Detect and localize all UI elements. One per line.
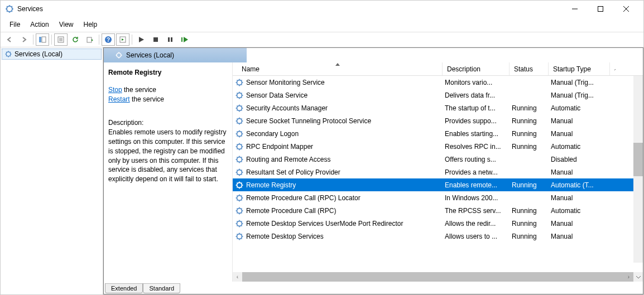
service-row[interactable]: Remote Desktop Services UserMode Port Re… <box>233 217 643 230</box>
svg-point-19 <box>6 52 11 56</box>
svg-point-27 <box>237 157 242 162</box>
service-name: Remote Desktop Services UserMode Port Re… <box>246 220 403 228</box>
service-name: Remote Desktop Services <box>246 233 324 240</box>
properties-button[interactable] <box>54 33 68 46</box>
service-icon <box>235 219 244 228</box>
export-list-button[interactable] <box>83 33 97 46</box>
scrollbar-thumb[interactable] <box>633 143 643 176</box>
menu-help[interactable]: Help <box>79 20 102 30</box>
svg-point-20 <box>117 53 121 57</box>
service-startup: Manual (Trig... <box>551 79 612 86</box>
start-service-button[interactable] <box>134 33 148 46</box>
close-button[interactable] <box>613 1 639 17</box>
col-startup[interactable]: Startup Type <box>549 62 610 75</box>
services-window: Services File Action View Help ? <box>0 0 644 295</box>
svg-point-33 <box>237 234 242 239</box>
tree-root[interactable]: Services (Local) <box>2 49 102 60</box>
service-status: Running <box>512 130 551 138</box>
menu-view[interactable]: View <box>55 20 78 30</box>
col-name[interactable]: Name <box>233 62 443 75</box>
service-row[interactable]: Sensor Data ServiceDelivers data fr...Ma… <box>233 89 643 101</box>
restart-service-link[interactable]: Restart <box>108 95 130 103</box>
scroll-up-button[interactable] <box>610 62 620 75</box>
svg-point-25 <box>237 131 242 136</box>
show-hide-tree-button[interactable] <box>36 33 49 46</box>
service-icon <box>235 181 244 190</box>
service-status: Running <box>512 104 551 112</box>
service-row[interactable]: Secure Socket Tunneling Protocol Service… <box>233 114 643 127</box>
forward-button[interactable] <box>17 33 31 46</box>
svg-point-24 <box>237 118 242 123</box>
svg-point-26 <box>237 144 242 149</box>
scroll-left-button[interactable]: ‹ <box>233 272 242 282</box>
service-icon <box>235 104 244 113</box>
service-name: Resultant Set of Policy Provider <box>246 168 340 176</box>
maximize-button[interactable] <box>588 1 613 17</box>
refresh-button[interactable] <box>69 33 82 46</box>
header-icon <box>115 51 123 59</box>
restart-suffix: the service <box>130 95 164 103</box>
service-desc: Provides a netw... <box>445 168 512 176</box>
service-startup: Automatic <box>551 143 612 151</box>
service-desc: Offers routing s... <box>445 156 512 163</box>
service-desc: Provides suppo... <box>445 117 512 125</box>
col-description[interactable]: Description <box>443 62 510 75</box>
menu-action[interactable]: Action <box>26 20 53 30</box>
service-rows[interactable]: Sensor Monitoring ServiceMonitors vario.… <box>233 76 643 272</box>
service-row[interactable]: Security Accounts ManagerThe startup of … <box>233 101 643 114</box>
titlebar[interactable]: Services <box>1 1 643 17</box>
service-name: Remote Procedure Call (RPC) Locator <box>246 194 361 202</box>
service-row[interactable]: RPC Endpoint MapperResolves RPC in...Run… <box>233 140 643 153</box>
content-split: Remote Registry Stop the service Restart… <box>104 62 643 282</box>
header-label: Services (Local) <box>126 51 174 59</box>
svg-point-0 <box>7 6 12 12</box>
service-icon <box>235 78 244 87</box>
stop-service-link[interactable]: Stop <box>108 86 122 94</box>
stop-service-button[interactable] <box>149 33 162 46</box>
service-desc: Resolves RPC in... <box>445 143 512 151</box>
service-desc: In Windows 200... <box>445 194 512 202</box>
col-status[interactable]: Status <box>510 62 549 75</box>
svg-point-32 <box>237 221 242 226</box>
pause-service-button[interactable] <box>164 33 177 46</box>
svg-rect-6 <box>42 37 46 42</box>
scroll-down-button[interactable] <box>633 272 643 282</box>
menu-file[interactable]: File <box>5 20 25 30</box>
help-button[interactable]: ? <box>102 33 115 46</box>
minimize-button[interactable] <box>562 1 588 17</box>
svg-point-30 <box>237 195 242 200</box>
service-row[interactable]: Resultant Set of Policy ProviderProvides… <box>233 166 643 178</box>
service-icon <box>235 129 244 138</box>
service-row[interactable]: Remote Procedure Call (RPC) LocatorIn Wi… <box>233 191 643 204</box>
horizontal-scrollbar[interactable]: ‹ › <box>233 272 643 282</box>
console-tree[interactable]: Services (Local) <box>1 47 103 294</box>
service-row[interactable]: Secondary LogonEnables starting...Runnin… <box>233 127 643 140</box>
back-button[interactable] <box>3 33 16 46</box>
service-row[interactable]: Remote RegistryEnables remote...RunningA… <box>233 178 643 191</box>
service-row[interactable]: Routing and Remote AccessOffers routing … <box>233 153 643 166</box>
toolbar: ? <box>1 32 643 47</box>
service-startup: Manual <box>551 220 612 228</box>
service-startup: Manual (Trig... <box>551 91 612 99</box>
service-startup: Automatic <box>551 207 612 215</box>
restart-service-button[interactable] <box>178 33 191 46</box>
svg-point-22 <box>237 93 242 98</box>
hscroll-thumb[interactable] <box>242 272 633 282</box>
svg-rect-15 <box>153 37 158 42</box>
service-row[interactable]: Remote Desktop ServicesAllows users to .… <box>233 230 643 243</box>
service-name: Secure Socket Tunneling Protocol Service <box>246 117 371 125</box>
service-startup: Disabled <box>551 156 612 163</box>
tab-standard[interactable]: Standard <box>143 283 180 293</box>
svg-rect-18 <box>181 37 182 42</box>
service-icon <box>235 91 244 100</box>
services-list: Name Description Status Startup Type Sen… <box>232 62 643 282</box>
tab-extended[interactable]: Extended <box>105 283 143 293</box>
svg-rect-11 <box>87 37 92 42</box>
service-row[interactable]: Remote Procedure Call (RPC)The RPCSS ser… <box>233 204 643 217</box>
service-icon <box>235 206 244 215</box>
scroll-right-button[interactable]: › <box>624 272 633 282</box>
service-row[interactable]: Sensor Monitoring ServiceMonitors vario.… <box>233 76 643 89</box>
show-hide-action-pane-button[interactable] <box>116 33 129 46</box>
service-name: Security Accounts Manager <box>246 104 328 112</box>
service-startup: Manual <box>551 168 612 176</box>
